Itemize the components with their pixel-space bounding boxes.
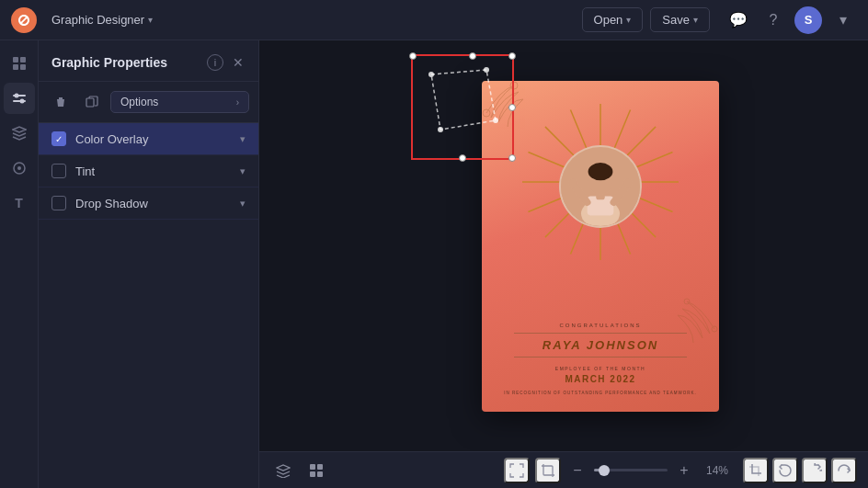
save-button[interactable]: Save ▾ (650, 7, 710, 32)
zoom-percentage: 14% (701, 464, 728, 477)
save-label: Save (662, 13, 690, 27)
undo-button[interactable] (772, 458, 798, 483)
tint-label: Tint (75, 165, 240, 178)
crop-button[interactable] (535, 458, 561, 483)
svg-rect-0 (13, 57, 18, 62)
bottom-bar: − + 14% (259, 451, 868, 488)
card-employee-label: Employee of the Month (555, 366, 645, 371)
icon-sidebar: T (0, 40, 39, 488)
svg-point-40 (588, 163, 613, 180)
panel-close-button[interactable]: ✕ (231, 53, 246, 72)
svg-line-32 (528, 152, 566, 167)
card-congratulations: Congratulations (559, 323, 641, 328)
delete-icon[interactable] (48, 89, 74, 115)
zoom-controls: − + 14% (504, 458, 728, 483)
app-name-chevron-icon: ▾ (148, 15, 153, 25)
person-photo (561, 147, 640, 226)
zoom-out-button[interactable]: − (566, 460, 588, 482)
sidebar-item-sliders[interactable] (4, 83, 35, 114)
drop-shadow-label: Drop Shadow (75, 197, 240, 210)
panel-toolbar: Options › (39, 82, 258, 123)
more-options-button[interactable] (831, 458, 857, 483)
design-card: Congratulations Raya Johnson Employee of… (482, 81, 719, 412)
svg-rect-1 (20, 57, 26, 62)
sidebar-item-elements[interactable] (4, 153, 35, 184)
canvas-viewport[interactable]: Congratulations Raya Johnson Employee of… (259, 40, 868, 451)
open-label: Open (594, 13, 623, 27)
save-chevron-icon: ▾ (693, 15, 698, 25)
app-name-button[interactable]: Graphic Designer ▾ (44, 9, 160, 30)
color-overlay-expand-icon: ▾ (240, 133, 246, 145)
property-color-overlay[interactable]: Color Overlay ▾ (39, 123, 258, 155)
sidebar-item-grid[interactable] (4, 48, 35, 79)
properties-panel: Graphic Properties i ✕ Options › (39, 40, 259, 488)
redo-button[interactable] (802, 458, 828, 483)
open-chevron-icon: ▾ (626, 15, 631, 25)
app-logo[interactable] (11, 7, 37, 33)
zoom-slider-thumb[interactable] (599, 465, 610, 476)
tint-checkbox[interactable] (51, 164, 66, 178)
svg-point-43 (569, 178, 578, 187)
svg-line-34 (570, 109, 586, 148)
color-overlay-checkbox[interactable] (51, 131, 66, 146)
handle-tm (469, 52, 476, 60)
svg-point-11 (428, 72, 434, 77)
panel-header: Graphic Properties i ✕ (39, 40, 258, 82)
svg-point-7 (19, 99, 24, 104)
drop-shadow-checkbox[interactable] (51, 196, 66, 210)
svg-rect-10 (86, 98, 94, 107)
card-recognition: In recognition of outstanding performanc… (504, 391, 696, 397)
main-area: T Graphic Properties i ✕ Options (0, 40, 868, 488)
svg-rect-45 (310, 464, 315, 470)
canvas-area[interactable]: Congratulations Raya Johnson Employee of… (259, 40, 868, 488)
svg-rect-48 (317, 471, 323, 477)
panel-title: Graphic Properties (51, 55, 200, 70)
card-divider-top (514, 333, 686, 334)
bottom-left-tools (270, 458, 329, 483)
svg-point-6 (14, 94, 18, 98)
color-overlay-label: Color Overlay (75, 132, 240, 146)
card-name: Raya Johnson (542, 338, 658, 352)
photo-circle (559, 145, 642, 228)
svg-line-33 (545, 126, 575, 155)
svg-point-9 (17, 166, 21, 170)
crop-tool-button[interactable] (743, 458, 769, 483)
svg-line-21 (626, 126, 656, 155)
zoom-slider[interactable] (594, 469, 668, 471)
expand-icon-button[interactable]: ▾ (829, 6, 857, 34)
chat-icon-button[interactable]: 💬 (725, 6, 752, 34)
property-drop-shadow[interactable]: Drop Shadow ▾ (39, 187, 258, 220)
svg-point-14 (438, 127, 443, 132)
handle-tl (409, 52, 417, 60)
panel-info-icon[interactable]: i (207, 54, 223, 71)
open-button[interactable]: Open ▾ (582, 7, 644, 32)
sidebar-item-layers[interactable] (4, 118, 35, 149)
handle-bm (459, 154, 466, 162)
user-avatar[interactable]: S (794, 6, 822, 34)
drop-shadow-expand-icon: ▾ (240, 198, 246, 210)
handle-tr (508, 52, 516, 60)
topbar: Graphic Designer ▾ Open ▾ Save ▾ 💬 ? S ▾ (0, 0, 868, 40)
svg-rect-2 (13, 64, 18, 70)
svg-rect-47 (310, 471, 315, 477)
svg-rect-46 (317, 464, 323, 470)
options-button[interactable]: Options › (110, 91, 249, 113)
grid-view-icon-button[interactable] (303, 458, 329, 483)
card-month: March 2022 (565, 374, 635, 384)
options-chevron-icon: › (236, 97, 239, 108)
options-label: Options (120, 96, 158, 108)
svg-line-20 (614, 109, 630, 148)
property-tint[interactable]: Tint ▾ (39, 155, 258, 187)
tint-expand-icon: ▾ (240, 165, 246, 177)
layers-icon-button[interactable] (270, 458, 296, 483)
svg-point-12 (484, 67, 489, 73)
duplicate-icon[interactable] (79, 89, 105, 115)
sidebar-item-text[interactable]: T (4, 187, 35, 219)
fit-screen-button[interactable] (504, 458, 530, 483)
svg-line-24 (634, 196, 673, 211)
card-text-area: Congratulations Raya Johnson Employee of… (482, 315, 719, 412)
help-icon-button[interactable]: ? (760, 6, 787, 34)
svg-rect-49 (543, 466, 553, 475)
zoom-in-button[interactable]: + (673, 460, 695, 482)
app-name-label: Graphic Designer (51, 13, 144, 27)
